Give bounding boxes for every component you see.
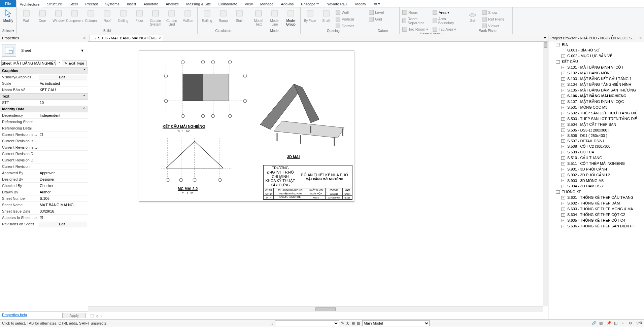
drawing-title[interactable]: KẾT CẤU MÁI NGHIÊNGTL: 1 : 100 [163,124,205,133]
prop-value[interactable]: 03/29/16 [38,209,88,213]
prop-value[interactable]: Independent [38,113,88,117]
drawing-title[interactable]: MC MÁI 2-2TL: 1 : 50 [178,187,198,195]
tree-node[interactable]: +S.504 - MẶT CẮT THÉP SÀN [548,122,644,127]
ribbon-tab-manage[interactable]: Manage [257,0,277,7]
exclude-options-icon[interactable]: ▥ [357,321,360,325]
viewer-button[interactable]: Viewer [481,23,511,29]
collapse-icon[interactable]: − [556,60,560,64]
prop-value[interactable]: S.106 [38,196,88,200]
grid-button[interactable]: Grid [368,16,398,22]
ribbon-tab-annotate[interactable]: Annotate [140,0,162,7]
prop-row[interactable]: STT10 [0,100,88,106]
prop-category[interactable]: Text⌃ [0,93,88,100]
instance-name-field[interactable] [1,60,56,66]
window-button[interactable]: Window [50,8,67,23]
tree-node[interactable]: +S.101 - MẶT BẰNG ĐỊNH VỊ CỘT [548,65,644,70]
select-group-label[interactable]: Select ▾ [2,29,14,33]
expand-icon[interactable]: + [561,83,565,86]
prop-row[interactable]: Current Revision D... [0,157,88,163]
prop-row[interactable]: Approved ByApprover [0,170,88,176]
prop-row[interactable]: Current Revision Iss... [0,144,88,151]
prop-row[interactable]: Appears In Sheet List☑ [0,215,88,221]
prop-row[interactable]: ScaleAs indicated [0,80,88,87]
door-button[interactable]: Door [34,8,50,23]
tree-node[interactable]: +S.511 - CỐT THÉP MÁI NGHIÊNG [548,161,644,166]
expand-icon[interactable]: + [561,128,565,132]
editable-only-icon[interactable]: ✎ [341,321,344,325]
room-separator-button[interactable]: Room Separator [401,16,431,26]
model-text-button[interactable]: Model Text [250,8,267,27]
canvas[interactable]: TRƯỜNG ĐHGTVT TP.HỒ CHÍ MINHKHOA KỸ THUẬ… [88,42,548,312]
expand-icon[interactable]: + [561,100,565,104]
by-face-button[interactable]: By Face [302,8,318,23]
titleblock[interactable]: TRƯỜNG ĐHGTVT TP.HỒ CHÍ MINHKHOA KỸ THUẬ… [263,165,352,200]
prop-value[interactable]: KẾT CẤU [38,88,88,92]
select-pinned-icon[interactable]: 📌 [607,321,611,326]
prop-value[interactable]: ☑ [38,216,88,220]
tree-node[interactable]: +S.902 - 3D PHỐI CẢNH 2 [548,172,644,178]
tree-node[interactable]: +S.508 - CỘT C2 (300x300) [548,144,644,149]
curtain-grid-button[interactable]: Curtain Grid [164,8,180,27]
ref-plane-button[interactable]: Ref Plane [481,16,511,22]
prop-category[interactable]: Graphics⌃ [0,68,88,74]
area-boundary-button[interactable]: Area Boundary [431,16,462,26]
prop-row[interactable]: DependencyIndependent [0,112,88,119]
tag-room---button[interactable]: Tag Room ▾ [401,26,431,32]
worksharing-combo[interactable] [275,320,339,326]
stair-button[interactable]: Stair [231,8,247,23]
design-options-icon[interactable]: ▦ [351,321,355,325]
tree-node[interactable]: +S.901 - 3D PHỐI CẢNH [548,166,644,172]
ribbon-tab-collaborate[interactable]: Collaborate [215,0,241,7]
prop-value[interactable]: 10 [38,101,88,105]
expand-icon[interactable]: + [561,225,565,228]
expand-icon[interactable]: + [561,117,565,121]
sheet-paper[interactable]: TRƯỜNG ĐHGTVT TP.HỒ CHÍ MINHKHOA KỸ THUẬ… [139,50,354,201]
set-button[interactable]: Set [465,8,481,23]
mullion-button[interactable]: Mullion [180,8,196,23]
select-links-icon[interactable]: 🔗 [592,321,597,326]
tree-node[interactable]: +S.507 - DETAIL DS2-1 [548,138,644,144]
vertical-scrollbar[interactable] [543,42,548,306]
3d-view-drawing[interactable] [250,64,348,148]
prop-row[interactable]: Nhóm Bản VẽKẾT CẤU [0,87,88,93]
select-face-icon[interactable]: ◫ [614,321,619,326]
expand-icon[interactable]: + [561,196,565,199]
vertical-button[interactable]: Vertical [334,16,365,22]
ribbon-tab-architecture[interactable]: Architecture [16,1,43,7]
wall-button[interactable]: Wall [334,9,365,15]
expand-icon[interactable]: + [561,208,565,211]
prop-row[interactable]: Designed ByDesigner [0,176,88,183]
expand-icon[interactable]: + [561,123,565,126]
tree-node[interactable]: +S.602 - THỐNG KÊ THÉP DẦM [548,200,644,206]
ceiling-button[interactable]: Ceiling [115,8,131,23]
expand-icon[interactable]: + [561,174,565,177]
tree-node[interactable]: +G.002 - MỤC LỤC BẢN VẼ [548,53,644,59]
show-button[interactable]: Show [481,9,511,15]
tree-node[interactable]: +S.603 - THỐNG KÊ THÉP MÓNG & MÁ [548,206,644,212]
ribbon-tab-file[interactable]: File [0,0,16,7]
expand-icon[interactable]: + [561,95,565,98]
tree-node[interactable]: +S.606 - THỐNG KÊ THÉP SÀN ĐIỂN HÌI [548,223,644,229]
tree-node[interactable]: +S.501 - MÓNG CỌC M3 [548,105,644,110]
expand-icon[interactable]: + [561,168,565,171]
ribbon-tab-systems[interactable]: Systems [101,0,123,7]
tree-node[interactable]: +S.105 - MẶT BẰNG DẦM SÀN THƯỢNG [548,87,644,93]
column-button[interactable]: Column [83,8,99,23]
expand-icon[interactable]: + [561,134,565,137]
prop-row[interactable]: Drawn ByAuthor [0,189,88,195]
horizontal-scrollbar[interactable] [88,306,543,312]
ribbon-context-menu[interactable]: ▭ ▾ [370,0,384,7]
curtain-system-button[interactable]: Curtain System [147,8,164,27]
ribbon-tab-view[interactable]: View [241,0,257,7]
prop-value[interactable]: ☐ [38,133,88,137]
close-icon[interactable]: × [83,35,86,41]
expand-icon[interactable]: + [561,54,565,58]
collapse-icon[interactable]: − [556,43,560,46]
view-tab-active[interactable]: ▭ S.106 - MẶT BẰNG MÁI NGHIÊNG × [90,35,164,41]
prop-row[interactable]: Current Revision Iss... [0,138,88,144]
expand-icon[interactable]: + [561,219,565,222]
tree-node[interactable]: −KẾT CẤU [548,59,644,65]
collapse-icon[interactable]: − [556,190,560,194]
prop-row[interactable]: Referencing Sheet [0,119,88,125]
component-button[interactable]: Component [67,8,83,23]
